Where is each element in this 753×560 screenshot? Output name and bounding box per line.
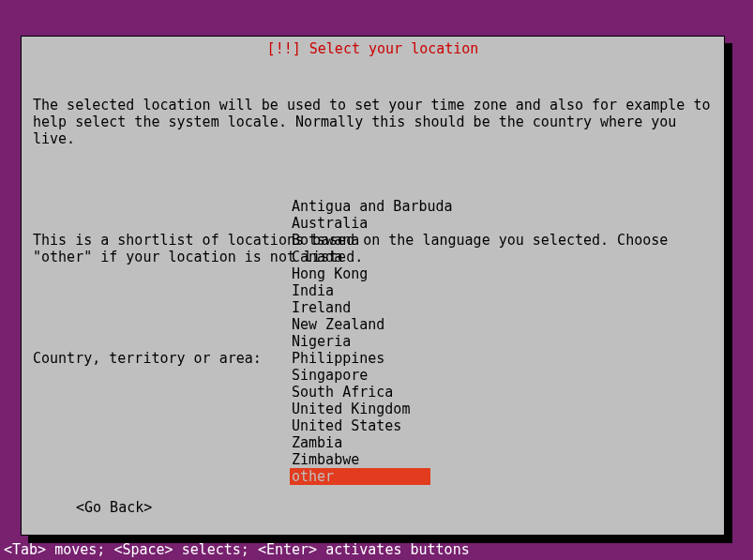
- list-item[interactable]: India: [290, 282, 455, 299]
- list-item[interactable]: Ireland: [290, 299, 455, 316]
- title-priority-marker: [!!]: [267, 40, 309, 57]
- location-list: Antigua and BarbudaAustraliaBotswanaCana…: [290, 198, 455, 485]
- list-item[interactable]: United Kingdom: [290, 401, 455, 417]
- dialog-title: [!!] Select your location: [22, 40, 724, 57]
- list-item[interactable]: United States: [290, 417, 455, 434]
- list-item[interactable]: Philippines: [290, 350, 455, 367]
- help-bar: <Tab> moves; <Space> selects; <Enter> ac…: [4, 541, 470, 558]
- list-item[interactable]: Hong Kong: [290, 265, 455, 282]
- title-text: Select your location: [309, 40, 479, 57]
- list-item[interactable]: Botswana: [290, 232, 455, 249]
- description-paragraph-1: The selected location will be used to se…: [33, 97, 713, 147]
- list-item[interactable]: Zambia: [290, 434, 455, 451]
- list-item[interactable]: other: [290, 468, 430, 485]
- list-item[interactable]: Zimbabwe: [290, 451, 455, 468]
- dialog-box: [!!] Select your location The selected l…: [21, 36, 725, 536]
- list-item[interactable]: Australia: [290, 215, 455, 232]
- list-item[interactable]: New Zealand: [290, 316, 455, 333]
- list-item[interactable]: Nigeria: [290, 333, 455, 350]
- list-item[interactable]: South Africa: [290, 384, 455, 401]
- list-item[interactable]: Antigua and Barbuda: [290, 198, 455, 215]
- list-item[interactable]: Canada: [290, 249, 455, 265]
- list-item[interactable]: Singapore: [290, 367, 455, 384]
- go-back-button[interactable]: <Go Back>: [76, 499, 152, 516]
